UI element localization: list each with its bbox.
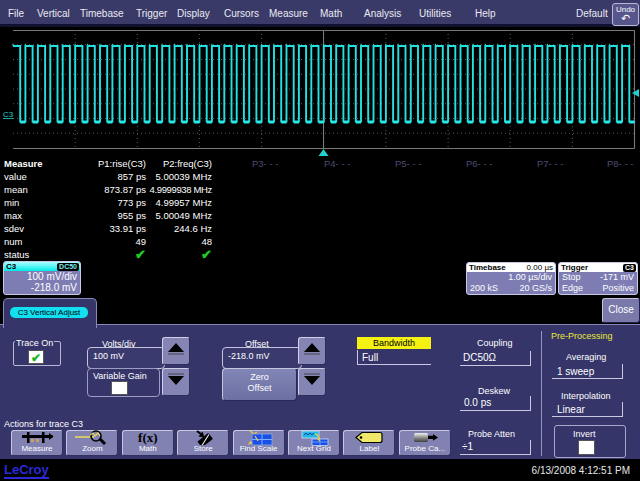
svg-text:C3: C3 <box>3 110 14 119</box>
